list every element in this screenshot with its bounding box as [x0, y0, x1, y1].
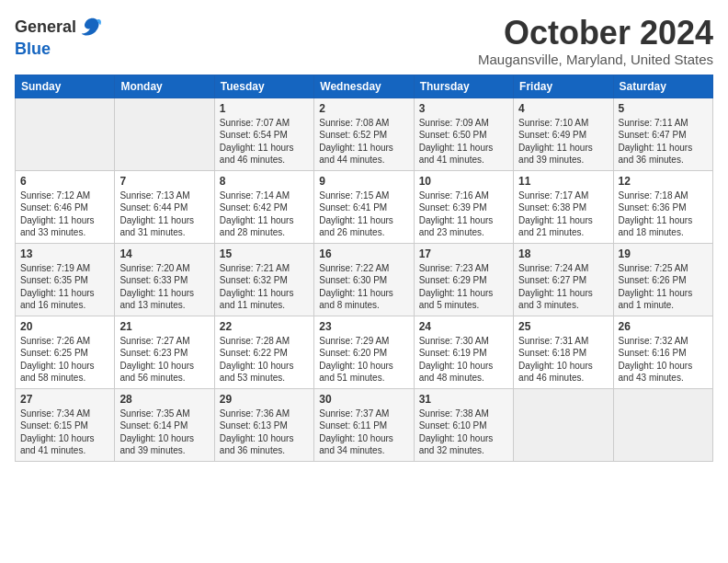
- day-number: 28: [119, 393, 209, 406]
- cell-content: 5Sunrise: 7:11 AM Sunset: 6:47 PM Daylig…: [619, 102, 708, 167]
- cell-info: Sunrise: 7:16 AM Sunset: 6:39 PM Dayligh…: [419, 190, 508, 239]
- calendar-cell: 18Sunrise: 7:24 AM Sunset: 6:27 PM Dayli…: [514, 243, 613, 316]
- day-number: 4: [518, 102, 608, 115]
- cell-content: 10Sunrise: 7:16 AM Sunset: 6:39 PM Dayli…: [419, 175, 508, 239]
- day-number: 9: [319, 175, 408, 188]
- day-number: 23: [319, 320, 408, 333]
- cell-info: Sunrise: 7:27 AM Sunset: 6:23 PM Dayligh…: [119, 335, 209, 385]
- day-number: 19: [619, 247, 708, 260]
- cell-info: Sunrise: 7:28 AM Sunset: 6:22 PM Dayligh…: [220, 335, 309, 385]
- calendar-week-5: 27Sunrise: 7:34 AM Sunset: 6:15 PM Dayli…: [16, 388, 713, 461]
- day-number: 29: [220, 393, 309, 406]
- cell-content: 19Sunrise: 7:25 AM Sunset: 6:26 PM Dayli…: [619, 247, 708, 312]
- day-number: 25: [518, 320, 608, 333]
- cell-info: Sunrise: 7:12 AM Sunset: 6:46 PM Dayligh…: [20, 190, 109, 239]
- day-number: 3: [419, 102, 508, 115]
- logo-line1: General: [15, 15, 104, 40]
- cell-content: 13Sunrise: 7:19 AM Sunset: 6:35 PM Dayli…: [20, 247, 109, 312]
- calendar-cell: 9Sunrise: 7:15 AM Sunset: 6:41 PM Daylig…: [314, 170, 414, 243]
- cell-content: 29Sunrise: 7:36 AM Sunset: 6:13 PM Dayli…: [220, 393, 309, 457]
- cell-content: 15Sunrise: 7:21 AM Sunset: 6:32 PM Dayli…: [220, 247, 309, 312]
- calendar-cell: 1Sunrise: 7:07 AM Sunset: 6:54 PM Daylig…: [214, 98, 313, 170]
- logo: General Blue: [15, 15, 104, 59]
- calendar-cell: 30Sunrise: 7:37 AM Sunset: 6:11 PM Dayli…: [314, 388, 414, 461]
- cell-info: Sunrise: 7:32 AM Sunset: 6:16 PM Dayligh…: [619, 335, 708, 385]
- day-number: 13: [20, 247, 109, 260]
- day-number: 24: [419, 320, 508, 333]
- location: Maugansville, Maryland, United States: [478, 52, 713, 67]
- calendar-week-4: 20Sunrise: 7:26 AM Sunset: 6:25 PM Dayli…: [16, 316, 713, 388]
- day-number: 26: [619, 320, 708, 333]
- header: General Blue October 2024 Maugansville, …: [15, 15, 713, 67]
- cell-info: Sunrise: 7:10 AM Sunset: 6:49 PM Dayligh…: [518, 117, 608, 167]
- calendar-cell: 11Sunrise: 7:17 AM Sunset: 6:38 PM Dayli…: [514, 170, 613, 243]
- day-number: 22: [220, 320, 309, 333]
- cell-info: Sunrise: 7:25 AM Sunset: 6:26 PM Dayligh…: [619, 262, 708, 312]
- cell-content: 28Sunrise: 7:35 AM Sunset: 6:14 PM Dayli…: [119, 393, 209, 457]
- day-number: 15: [220, 247, 309, 260]
- cell-content: 27Sunrise: 7:34 AM Sunset: 6:15 PM Dayli…: [20, 393, 109, 457]
- cell-info: Sunrise: 7:29 AM Sunset: 6:20 PM Dayligh…: [319, 335, 408, 385]
- cell-content: 31Sunrise: 7:38 AM Sunset: 6:10 PM Dayli…: [419, 393, 508, 457]
- cell-info: Sunrise: 7:31 AM Sunset: 6:18 PM Dayligh…: [518, 335, 608, 385]
- calendar-week-2: 6Sunrise: 7:12 AM Sunset: 6:46 PM Daylig…: [16, 170, 713, 243]
- cell-info: Sunrise: 7:38 AM Sunset: 6:10 PM Dayligh…: [419, 408, 508, 457]
- cell-info: Sunrise: 7:15 AM Sunset: 6:41 PM Dayligh…: [319, 190, 408, 239]
- calendar-week-3: 13Sunrise: 7:19 AM Sunset: 6:35 PM Dayli…: [16, 243, 713, 316]
- day-header-thursday: Thursday: [414, 75, 513, 98]
- title-area: October 2024 Maugansville, Maryland, Uni…: [478, 15, 713, 67]
- calendar-cell: 2Sunrise: 7:08 AM Sunset: 6:52 PM Daylig…: [314, 98, 414, 170]
- calendar-cell: 8Sunrise: 7:14 AM Sunset: 6:42 PM Daylig…: [214, 170, 313, 243]
- calendar-cell: 6Sunrise: 7:12 AM Sunset: 6:46 PM Daylig…: [16, 170, 115, 243]
- day-number: 11: [518, 175, 608, 188]
- day-header-sunday: Sunday: [16, 75, 115, 98]
- calendar-header-row: SundayMondayTuesdayWednesdayThursdayFrid…: [16, 75, 713, 98]
- day-number: 16: [319, 247, 408, 260]
- day-number: 1: [220, 102, 309, 115]
- day-header-wednesday: Wednesday: [314, 75, 414, 98]
- day-number: 17: [419, 247, 508, 260]
- cell-info: Sunrise: 7:14 AM Sunset: 6:42 PM Dayligh…: [220, 190, 309, 239]
- calendar-cell: 24Sunrise: 7:30 AM Sunset: 6:19 PM Dayli…: [414, 316, 513, 388]
- day-header-friday: Friday: [514, 75, 613, 98]
- cell-content: 14Sunrise: 7:20 AM Sunset: 6:33 PM Dayli…: [119, 247, 209, 312]
- day-number: 20: [20, 320, 109, 333]
- cell-content: 26Sunrise: 7:32 AM Sunset: 6:16 PM Dayli…: [619, 320, 708, 385]
- calendar-cell: [514, 388, 613, 461]
- calendar-cell: 7Sunrise: 7:13 AM Sunset: 6:44 PM Daylig…: [115, 170, 214, 243]
- cell-content: 8Sunrise: 7:14 AM Sunset: 6:42 PM Daylig…: [220, 175, 309, 239]
- calendar-cell: [115, 98, 214, 170]
- calendar-week-1: 1Sunrise: 7:07 AM Sunset: 6:54 PM Daylig…: [16, 98, 713, 170]
- calendar-cell: 22Sunrise: 7:28 AM Sunset: 6:22 PM Dayli…: [214, 316, 313, 388]
- cell-info: Sunrise: 7:22 AM Sunset: 6:30 PM Dayligh…: [319, 262, 408, 312]
- cell-content: 7Sunrise: 7:13 AM Sunset: 6:44 PM Daylig…: [119, 175, 209, 239]
- calendar-cell: 12Sunrise: 7:18 AM Sunset: 6:36 PM Dayli…: [613, 170, 712, 243]
- cell-info: Sunrise: 7:18 AM Sunset: 6:36 PM Dayligh…: [619, 190, 708, 239]
- cell-info: Sunrise: 7:30 AM Sunset: 6:19 PM Dayligh…: [419, 335, 508, 385]
- cell-info: Sunrise: 7:37 AM Sunset: 6:11 PM Dayligh…: [319, 408, 408, 457]
- logo-line2: Blue: [15, 40, 104, 59]
- cell-content: 9Sunrise: 7:15 AM Sunset: 6:41 PM Daylig…: [319, 175, 408, 239]
- day-number: 5: [619, 102, 708, 115]
- cell-content: 3Sunrise: 7:09 AM Sunset: 6:50 PM Daylig…: [419, 102, 508, 167]
- calendar-cell: 13Sunrise: 7:19 AM Sunset: 6:35 PM Dayli…: [16, 243, 115, 316]
- calendar-cell: 29Sunrise: 7:36 AM Sunset: 6:13 PM Dayli…: [214, 388, 313, 461]
- calendar-cell: 3Sunrise: 7:09 AM Sunset: 6:50 PM Daylig…: [414, 98, 513, 170]
- day-number: 6: [20, 175, 109, 188]
- cell-content: 20Sunrise: 7:26 AM Sunset: 6:25 PM Dayli…: [20, 320, 109, 385]
- cell-info: Sunrise: 7:13 AM Sunset: 6:44 PM Dayligh…: [119, 190, 209, 239]
- cell-content: 22Sunrise: 7:28 AM Sunset: 6:22 PM Dayli…: [220, 320, 309, 385]
- day-number: 21: [119, 320, 209, 333]
- calendar-cell: 21Sunrise: 7:27 AM Sunset: 6:23 PM Dayli…: [115, 316, 214, 388]
- calendar-cell: 14Sunrise: 7:20 AM Sunset: 6:33 PM Dayli…: [115, 243, 214, 316]
- cell-content: 25Sunrise: 7:31 AM Sunset: 6:18 PM Dayli…: [518, 320, 608, 385]
- calendar-cell: 4Sunrise: 7:10 AM Sunset: 6:49 PM Daylig…: [514, 98, 613, 170]
- cell-info: Sunrise: 7:07 AM Sunset: 6:54 PM Dayligh…: [220, 117, 309, 167]
- cell-info: Sunrise: 7:26 AM Sunset: 6:25 PM Dayligh…: [20, 335, 109, 385]
- calendar-cell: 27Sunrise: 7:34 AM Sunset: 6:15 PM Dayli…: [16, 388, 115, 461]
- cell-info: Sunrise: 7:36 AM Sunset: 6:13 PM Dayligh…: [220, 408, 309, 457]
- cell-content: 17Sunrise: 7:23 AM Sunset: 6:29 PM Dayli…: [419, 247, 508, 312]
- cell-content: 4Sunrise: 7:10 AM Sunset: 6:49 PM Daylig…: [518, 102, 608, 167]
- day-number: 14: [119, 247, 209, 260]
- cell-content: 2Sunrise: 7:08 AM Sunset: 6:52 PM Daylig…: [319, 102, 408, 167]
